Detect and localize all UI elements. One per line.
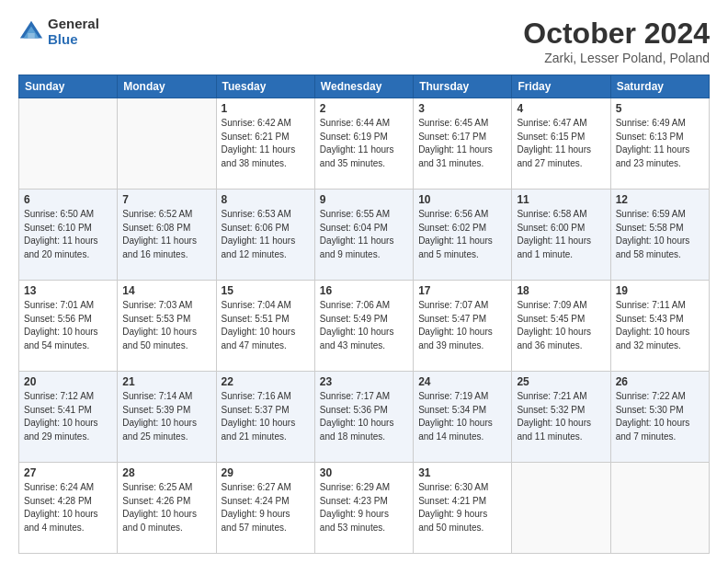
day-info: Sunrise: 6:50 AM Sunset: 6:10 PM Dayligh… <box>24 208 112 261</box>
day-number: 5 <box>616 102 704 115</box>
day-number: 31 <box>418 466 506 479</box>
day-number: 15 <box>222 284 310 297</box>
day-info: Sunrise: 7:12 AM Sunset: 5:41 PM Dayligh… <box>24 390 112 443</box>
day-info: Sunrise: 6:49 AM Sunset: 6:13 PM Dayligh… <box>616 117 704 170</box>
calendar-cell: 1Sunrise: 6:42 AM Sunset: 6:21 PM Daylig… <box>216 98 314 190</box>
day-info: Sunrise: 7:09 AM Sunset: 5:45 PM Dayligh… <box>517 299 605 352</box>
weekday-header-thursday: Thursday <box>414 75 512 98</box>
calendar-cell: 29Sunrise: 6:27 AM Sunset: 4:24 PM Dayli… <box>216 463 314 554</box>
calendar-cell: 7Sunrise: 6:52 AM Sunset: 6:08 PM Daylig… <box>118 190 216 281</box>
main-title: October 2024 <box>523 17 710 51</box>
calendar-cell: 22Sunrise: 7:16 AM Sunset: 5:37 PM Dayli… <box>216 372 314 463</box>
day-number: 16 <box>320 284 408 297</box>
calendar-header-row: SundayMondayTuesdayWednesdayThursdayFrid… <box>19 75 710 98</box>
calendar-cell: 11Sunrise: 6:58 AM Sunset: 6:00 PM Dayli… <box>512 190 610 281</box>
calendar-row-3: 20Sunrise: 7:12 AM Sunset: 5:41 PM Dayli… <box>19 372 710 463</box>
day-number: 25 <box>517 375 605 388</box>
day-number: 17 <box>418 284 506 297</box>
day-info: Sunrise: 7:14 AM Sunset: 5:39 PM Dayligh… <box>122 390 210 443</box>
day-info: Sunrise: 7:06 AM Sunset: 5:49 PM Dayligh… <box>320 299 408 352</box>
calendar-cell: 25Sunrise: 7:21 AM Sunset: 5:32 PM Dayli… <box>512 372 610 463</box>
day-info: Sunrise: 7:16 AM Sunset: 5:37 PM Dayligh… <box>222 390 310 443</box>
day-info: Sunrise: 7:22 AM Sunset: 5:30 PM Dayligh… <box>616 390 704 443</box>
day-info: Sunrise: 7:17 AM Sunset: 5:36 PM Dayligh… <box>320 390 408 443</box>
calendar-cell: 26Sunrise: 7:22 AM Sunset: 5:30 PM Dayli… <box>610 372 709 463</box>
day-number: 27 <box>24 466 112 479</box>
day-number: 30 <box>320 466 408 479</box>
calendar-row-2: 13Sunrise: 7:01 AM Sunset: 5:56 PM Dayli… <box>19 281 710 372</box>
day-info: Sunrise: 7:19 AM Sunset: 5:34 PM Dayligh… <box>418 390 506 443</box>
calendar-table: SundayMondayTuesdayWednesdayThursdayFrid… <box>18 75 710 554</box>
calendar-row-1: 6Sunrise: 6:50 AM Sunset: 6:10 PM Daylig… <box>19 190 710 281</box>
day-number: 22 <box>222 375 310 388</box>
day-info: Sunrise: 6:27 AM Sunset: 4:24 PM Dayligh… <box>222 481 310 534</box>
calendar-cell <box>610 463 709 554</box>
calendar-cell: 28Sunrise: 6:25 AM Sunset: 4:26 PM Dayli… <box>118 463 216 554</box>
day-info: Sunrise: 7:01 AM Sunset: 5:56 PM Dayligh… <box>24 299 112 352</box>
day-number: 13 <box>24 284 112 297</box>
calendar-cell <box>19 98 118 190</box>
day-info: Sunrise: 6:42 AM Sunset: 6:21 PM Dayligh… <box>222 117 310 170</box>
logo-text: General Blue <box>48 17 99 47</box>
day-number: 29 <box>222 466 310 479</box>
calendar-cell: 16Sunrise: 7:06 AM Sunset: 5:49 PM Dayli… <box>314 281 413 372</box>
calendar-cell: 13Sunrise: 7:01 AM Sunset: 5:56 PM Dayli… <box>19 281 118 372</box>
calendar-cell: 10Sunrise: 6:56 AM Sunset: 6:02 PM Dayli… <box>414 190 512 281</box>
day-info: Sunrise: 6:55 AM Sunset: 6:04 PM Dayligh… <box>320 208 408 261</box>
day-number: 7 <box>122 193 210 206</box>
calendar-cell: 15Sunrise: 7:04 AM Sunset: 5:51 PM Dayli… <box>216 281 314 372</box>
day-info: Sunrise: 6:30 AM Sunset: 4:21 PM Dayligh… <box>418 481 506 534</box>
calendar-cell: 30Sunrise: 6:29 AM Sunset: 4:23 PM Dayli… <box>314 463 413 554</box>
day-number: 24 <box>418 375 506 388</box>
day-info: Sunrise: 6:59 AM Sunset: 5:58 PM Dayligh… <box>616 208 704 261</box>
calendar-row-0: 1Sunrise: 6:42 AM Sunset: 6:21 PM Daylig… <box>19 98 710 190</box>
day-number: 23 <box>320 375 408 388</box>
calendar-cell: 18Sunrise: 7:09 AM Sunset: 5:45 PM Dayli… <box>512 281 610 372</box>
logo: General Blue <box>18 17 99 47</box>
header: General Blue October 2024 Zarki, Lesser … <box>18 17 710 65</box>
day-info: Sunrise: 7:04 AM Sunset: 5:51 PM Dayligh… <box>222 299 310 352</box>
calendar-cell <box>512 463 610 554</box>
page: General Blue October 2024 Zarki, Lesser … <box>0 0 728 563</box>
calendar-cell: 23Sunrise: 7:17 AM Sunset: 5:36 PM Dayli… <box>314 372 413 463</box>
calendar-cell: 20Sunrise: 7:12 AM Sunset: 5:41 PM Dayli… <box>19 372 118 463</box>
calendar-row-4: 27Sunrise: 6:24 AM Sunset: 4:28 PM Dayli… <box>19 463 710 554</box>
calendar-cell: 17Sunrise: 7:07 AM Sunset: 5:47 PM Dayli… <box>414 281 512 372</box>
weekday-header-friday: Friday <box>512 75 610 98</box>
title-block: October 2024 Zarki, Lesser Poland, Polan… <box>523 17 710 65</box>
weekday-header-wednesday: Wednesday <box>314 75 413 98</box>
day-info: Sunrise: 7:11 AM Sunset: 5:43 PM Dayligh… <box>616 299 704 352</box>
day-info: Sunrise: 7:07 AM Sunset: 5:47 PM Dayligh… <box>418 299 506 352</box>
day-number: 20 <box>24 375 112 388</box>
weekday-header-tuesday: Tuesday <box>216 75 314 98</box>
day-number: 12 <box>616 193 704 206</box>
calendar-cell: 4Sunrise: 6:47 AM Sunset: 6:15 PM Daylig… <box>512 98 610 190</box>
subtitle: Zarki, Lesser Poland, Poland <box>523 51 710 65</box>
logo-blue: Blue <box>48 32 99 48</box>
day-number: 10 <box>418 193 506 206</box>
day-number: 2 <box>320 102 408 115</box>
calendar-cell: 5Sunrise: 6:49 AM Sunset: 6:13 PM Daylig… <box>610 98 709 190</box>
day-info: Sunrise: 6:45 AM Sunset: 6:17 PM Dayligh… <box>418 117 506 170</box>
day-info: Sunrise: 6:25 AM Sunset: 4:26 PM Dayligh… <box>122 481 210 534</box>
calendar-cell: 3Sunrise: 6:45 AM Sunset: 6:17 PM Daylig… <box>414 98 512 190</box>
day-info: Sunrise: 6:56 AM Sunset: 6:02 PM Dayligh… <box>418 208 506 261</box>
calendar-cell: 14Sunrise: 7:03 AM Sunset: 5:53 PM Dayli… <box>118 281 216 372</box>
svg-rect-2 <box>28 32 34 38</box>
calendar-cell: 2Sunrise: 6:44 AM Sunset: 6:19 PM Daylig… <box>314 98 413 190</box>
day-info: Sunrise: 6:58 AM Sunset: 6:00 PM Dayligh… <box>517 208 605 261</box>
day-number: 8 <box>222 193 310 206</box>
calendar-cell: 21Sunrise: 7:14 AM Sunset: 5:39 PM Dayli… <box>118 372 216 463</box>
day-number: 6 <box>24 193 112 206</box>
day-info: Sunrise: 6:24 AM Sunset: 4:28 PM Dayligh… <box>24 481 112 534</box>
day-info: Sunrise: 6:47 AM Sunset: 6:15 PM Dayligh… <box>517 117 605 170</box>
day-number: 14 <box>122 284 210 297</box>
calendar-cell: 27Sunrise: 6:24 AM Sunset: 4:28 PM Dayli… <box>19 463 118 554</box>
day-number: 9 <box>320 193 408 206</box>
day-number: 1 <box>222 102 310 115</box>
calendar-cell: 9Sunrise: 6:55 AM Sunset: 6:04 PM Daylig… <box>314 190 413 281</box>
day-number: 18 <box>517 284 605 297</box>
calendar-cell <box>118 98 216 190</box>
day-info: Sunrise: 6:52 AM Sunset: 6:08 PM Dayligh… <box>122 208 210 261</box>
day-info: Sunrise: 6:44 AM Sunset: 6:19 PM Dayligh… <box>320 117 408 170</box>
